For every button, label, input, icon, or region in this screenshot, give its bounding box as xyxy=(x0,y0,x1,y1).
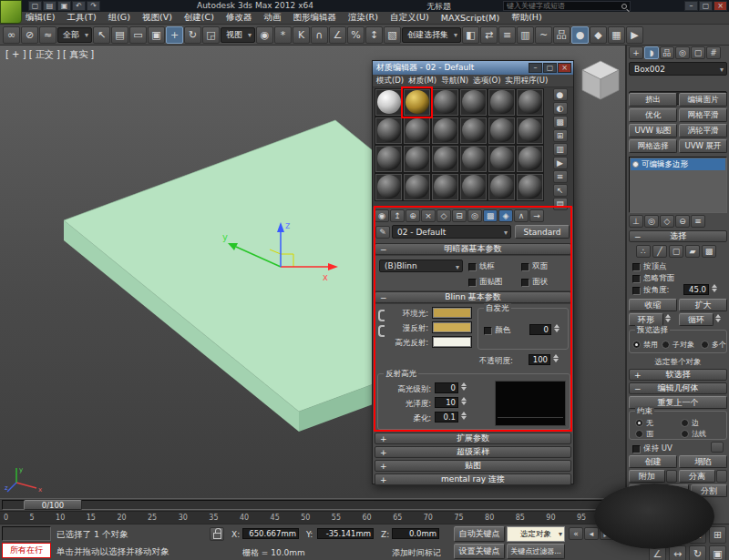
zoom-extents-all-icon[interactable]: ⊞ xyxy=(709,526,726,544)
select-by-material-icon[interactable]: ↖ xyxy=(553,184,568,197)
ignore-backfacing-checkbox[interactable] xyxy=(632,275,641,283)
constraint-normal-radio[interactable] xyxy=(681,430,689,438)
material-sample-17[interactable] xyxy=(516,145,544,173)
menu-item-0[interactable]: 编辑(E) xyxy=(26,12,55,24)
add-time-tag[interactable]: 添加时间标记 xyxy=(392,547,441,559)
menu-item-5[interactable]: 修改器 xyxy=(226,12,252,24)
rollout-shader-basic[interactable]: 明暗器基本参数 xyxy=(375,243,571,255)
specular-level-spinner[interactable] xyxy=(461,382,467,391)
polygon-subobject-icon[interactable]: ▰ xyxy=(685,245,700,258)
menu-item-6[interactable]: 动画 xyxy=(263,12,281,24)
hierarchy-tab[interactable]: 品 xyxy=(660,46,674,59)
save-file-icon[interactable]: ▣ xyxy=(57,1,71,11)
material-sample-13[interactable] xyxy=(403,145,431,173)
dialog-maximize-icon[interactable]: ▢ xyxy=(543,63,557,73)
diffuse-color-swatch[interactable] xyxy=(432,321,472,333)
rendered-frame-icon[interactable]: ▦ xyxy=(608,26,625,44)
window-crossing-toggle-icon[interactable]: ▣ xyxy=(148,26,165,44)
material-sample-16[interactable] xyxy=(488,145,516,173)
menu-item-11[interactable]: 帮助(H) xyxy=(511,12,542,24)
close-icon[interactable]: × xyxy=(714,1,727,11)
wireframe-checkbox[interactable] xyxy=(468,263,477,271)
rollout-supersampling[interactable]: 超级采样 xyxy=(375,446,571,458)
border-subobject-icon[interactable]: ▢ xyxy=(669,245,683,258)
menu-item-2[interactable]: 组(G) xyxy=(108,12,130,24)
face-map-checkbox[interactable] xyxy=(468,279,477,287)
detach-settings-icon[interactable] xyxy=(716,470,727,483)
remove-modifier-icon[interactable]: ⊖ xyxy=(675,215,690,228)
preview-multiple-radio[interactable] xyxy=(701,341,709,349)
modifier-stack[interactable]: 可编辑多边形 xyxy=(629,157,727,213)
dialog-minimize-icon[interactable]: – xyxy=(529,63,542,73)
collapse-button[interactable]: 塌陷 xyxy=(679,455,727,468)
ambient-color-swatch[interactable] xyxy=(432,307,472,319)
shader-type-dropdown[interactable]: (B)Blinn xyxy=(379,260,463,272)
set-key-button[interactable]: 设置关键点 xyxy=(454,544,505,559)
render-setup-icon[interactable]: ◆ xyxy=(590,26,607,44)
faceted-checkbox[interactable] xyxy=(521,279,529,287)
material-sample-3[interactable] xyxy=(459,88,488,117)
select-and-link-icon[interactable]: ∞ xyxy=(3,26,20,44)
viewcube[interactable] xyxy=(576,56,625,106)
pin-stack-icon[interactable]: ⊥ xyxy=(629,215,643,228)
show-end-result-icon[interactable]: ◈ xyxy=(498,209,513,222)
dialog-titlebar[interactable]: 材质编辑器 - 02 - Default –▢× xyxy=(373,61,573,75)
specular-level-value[interactable]: 0 xyxy=(435,382,458,393)
application-menu-button[interactable] xyxy=(0,0,22,24)
modify-tab[interactable]: ◗ xyxy=(644,46,659,59)
auto-key-button[interactable]: 自动关键点 xyxy=(454,526,505,542)
rollout-edit-geometry[interactable]: 编辑几何体 xyxy=(629,382,727,394)
material-sample-20[interactable] xyxy=(431,173,459,201)
mtl-menu-item-1[interactable]: 材质(M) xyxy=(408,76,436,87)
detach-button[interactable]: 分离 xyxy=(679,470,715,483)
search-box[interactable] xyxy=(503,1,631,11)
menu-item-3[interactable]: 视图(V) xyxy=(142,12,172,24)
material-sample-7[interactable] xyxy=(403,117,431,145)
material-sample-10[interactable] xyxy=(488,117,516,145)
material-sample-6[interactable] xyxy=(375,117,403,145)
preview-off-radio[interactable] xyxy=(632,341,641,349)
maximize-viewport-toggle-icon[interactable]: ▣ xyxy=(709,545,726,560)
by-angle-value[interactable]: 45.0 xyxy=(683,284,709,295)
configure-modifier-sets-icon[interactable]: ≡ xyxy=(691,215,705,228)
menu-item-8[interactable]: 渲染(R) xyxy=(348,12,378,24)
create-button[interactable]: 创建 xyxy=(629,455,677,468)
coord-y-field[interactable]: -35.141mm xyxy=(317,528,374,539)
percent-snap-icon[interactable]: % xyxy=(347,26,364,44)
selected-mode-dropdown[interactable]: 选定对象 xyxy=(507,526,565,542)
backlight-icon[interactable]: ◐ xyxy=(553,102,568,115)
loop-button[interactable]: 循环 xyxy=(679,313,714,326)
by-vertex-checkbox[interactable] xyxy=(632,263,641,271)
video-color-check-icon[interactable]: ▥ xyxy=(553,143,568,156)
mtl-menu-item-0[interactable]: 模式(D) xyxy=(376,76,404,87)
material-sample-11[interactable] xyxy=(516,117,544,145)
ring-button[interactable]: 环形 xyxy=(629,313,663,326)
material-options-icon[interactable]: ≡ xyxy=(553,170,568,183)
grow-button[interactable]: 扩大 xyxy=(679,299,727,311)
two-sided-checkbox[interactable] xyxy=(521,263,529,271)
mtl-menu-item-4[interactable]: 实用程序(U) xyxy=(505,76,548,87)
object-name-dropdown[interactable]: Box002 xyxy=(629,62,727,76)
mirror-icon[interactable]: ◧ xyxy=(462,26,479,44)
rollout-extended-parameters[interactable]: 扩展参数 xyxy=(375,433,571,444)
get-material-icon[interactable]: ◉ xyxy=(375,209,389,222)
preserve-uv-checkbox[interactable] xyxy=(632,445,641,453)
viewport-label[interactable]: [ + ] [ 正交 ] [ 真实 ] xyxy=(5,48,94,61)
go-forward-sibling-icon[interactable]: → xyxy=(529,209,544,222)
by-angle-spinner[interactable] xyxy=(712,284,717,292)
modifier-button-2[interactable]: 优化 xyxy=(629,108,677,122)
shrink-button[interactable]: 收缩 xyxy=(629,299,677,311)
select-and-scale-icon[interactable]: ◲ xyxy=(202,26,220,44)
redo-icon[interactable]: ↷ xyxy=(87,1,100,11)
material-sample-15[interactable] xyxy=(459,145,488,173)
glossiness-spinner[interactable] xyxy=(461,397,467,405)
self-illum-value[interactable]: 0 xyxy=(529,324,551,335)
angle-snap-icon[interactable]: ∠ xyxy=(329,26,346,44)
go-to-start-icon[interactable]: « xyxy=(569,527,583,540)
menu-item-9[interactable]: 自定义(U) xyxy=(390,12,429,24)
constraint-none-radio[interactable] xyxy=(635,419,643,427)
rollout-selection[interactable]: 选择 xyxy=(629,230,727,242)
material-name-dropdown[interactable]: 02 - Default xyxy=(392,225,511,239)
menu-item-10[interactable]: MAXScript(M) xyxy=(441,13,499,23)
glossiness-value[interactable]: 10 xyxy=(435,397,458,408)
